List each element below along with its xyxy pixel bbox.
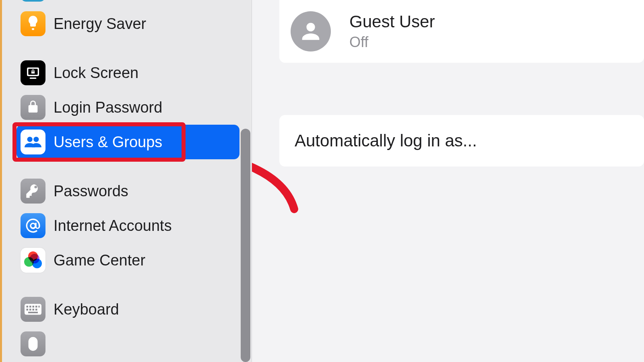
users-icon [21,130,45,154]
screensaver-icon [21,0,45,2]
svg-rect-13 [27,309,29,311]
sidebar-item-users-groups[interactable]: Users & Groups [17,125,239,159]
svg-point-6 [33,137,39,142]
keyboard-icon [21,297,45,322]
main-content: Guest User Off Automatically log in as..… [252,0,644,362]
sidebar-item-keyboard[interactable]: Keyboard [17,292,252,327]
avatar-icon [291,11,331,51]
sidebar-item-passwords[interactable]: Passwords [17,174,252,208]
svg-rect-18 [29,337,38,351]
sidebar-scrollbar[interactable] [241,129,250,362]
svg-rect-12 [39,306,40,308]
sidebar-item-screen-saver[interactable]: Screen Saver [17,0,252,6]
svg-rect-4 [30,78,37,79]
svg-rect-14 [29,309,31,311]
guest-user-status: Off [349,34,435,51]
at-icon [21,213,45,238]
svg-rect-11 [35,306,37,308]
sidebar-item-label: Login Password [54,99,162,116]
auto-login-label: Automatically log in as... [295,131,477,150]
svg-rect-10 [33,306,35,308]
sidebar-item-partial[interactable] [17,327,252,361]
lock-screen-icon [21,60,45,85]
sidebar-item-label: Internet Accounts [54,217,172,234]
sidebar-item-label: Lock Screen [54,64,138,82]
guest-user-name: Guest User [349,12,435,31]
svg-point-5 [27,137,33,142]
sidebar-item-label: Users & Groups [54,134,162,151]
sidebar-item-login-password[interactable]: Login Password [17,90,252,125]
svg-rect-9 [29,306,31,308]
sidebar-item-label: Keyboard [54,301,119,318]
mouse-icon [21,331,45,356]
sidebar-item-energy-saver[interactable]: Energy Saver [17,6,252,41]
svg-rect-15 [33,309,35,311]
auto-login-row[interactable]: Automatically log in as... [279,115,644,167]
key-icon [21,179,45,204]
sidebar-item-label: Passwords [54,183,128,200]
sidebar-item-internet-accounts[interactable]: Internet Accounts [17,208,252,243]
svg-rect-17 [28,312,38,313]
svg-rect-16 [35,309,37,311]
sidebar-item-label: Energy Saver [54,15,146,33]
sidebar-item-label: Game Center [54,252,145,269]
sidebar-item-game-center[interactable]: Game Center [17,243,252,278]
guest-user-row[interactable]: Guest User Off [279,0,644,63]
svg-rect-8 [27,306,29,308]
lock-icon [21,95,45,120]
settings-sidebar: Screen Saver Energy Saver Lock Screen Lo… [2,0,252,362]
lightbulb-icon [21,11,45,36]
gamecenter-icon [21,248,45,273]
sidebar-item-lock-screen[interactable]: Lock Screen [17,56,252,90]
